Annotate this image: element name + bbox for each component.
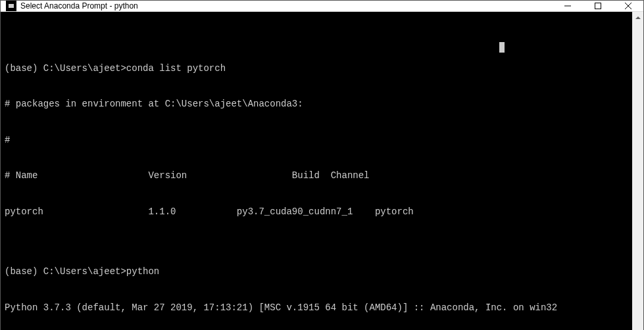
close-button[interactable] (613, 1, 643, 11)
terminal-line: (base) C:\Users\ajeet>conda list pytorch (5, 62, 628, 74)
terminal-line: # (5, 134, 628, 146)
terminal-icon (6, 1, 16, 11)
scroll-up-arrow[interactable] (632, 12, 643, 23)
terminal-line: Python 3.7.3 (default, Mar 27 2019, 17:1… (5, 302, 628, 314)
terminal-line: (base) C:\Users\ajeet>python (5, 266, 628, 277)
svg-rect-1 (595, 3, 601, 9)
terminal-output[interactable]: (base) C:\Users\ajeet>conda list pytorch… (1, 12, 632, 330)
terminal-cursor (499, 42, 505, 53)
window-controls (553, 1, 643, 11)
minimize-button[interactable] (553, 1, 583, 11)
scroll-track[interactable] (632, 23, 643, 330)
window-title: Select Anaconda Prompt - python (20, 1, 553, 11)
terminal-line: pytorch 1.1.0 py3.7_cuda90_cudnn7_1 pyto… (5, 206, 628, 218)
terminal-line: # Name Version Build Channel (5, 170, 628, 181)
terminal-line: # packages in environment at C:\Users\aj… (5, 98, 628, 110)
maximize-button[interactable] (583, 1, 613, 11)
titlebar[interactable]: Select Anaconda Prompt - python (1, 1, 643, 12)
scrollbar[interactable] (632, 12, 643, 330)
svg-marker-4 (635, 16, 641, 19)
terminal-window: Select Anaconda Prompt - python (base) C… (0, 0, 644, 330)
terminal-container: (base) C:\Users\ajeet>conda list pytorch… (1, 12, 643, 330)
